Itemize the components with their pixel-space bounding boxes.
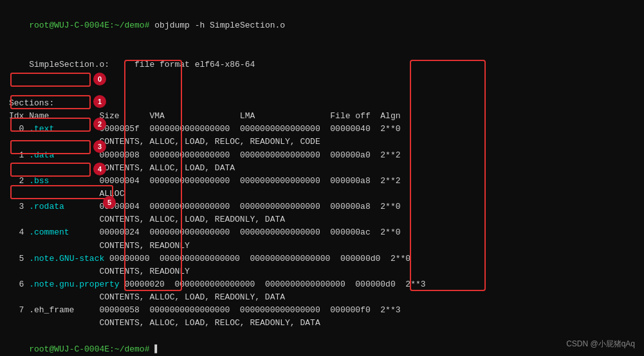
circle-1: 1 xyxy=(93,95,106,108)
circle-5: 5 xyxy=(103,196,116,209)
line-sec3-flags: CONTENTS, ALLOC, LOAD, READONLY, DATA xyxy=(9,213,635,226)
line-sec4: 4 .comment 00000024 0000000000000000 000… xyxy=(9,226,635,239)
command: objdump -h SimpleSection.o xyxy=(149,21,285,30)
format-text: SimpleSection.o: file format elf64-x86-6… xyxy=(29,60,255,69)
circle-3: 3 xyxy=(93,140,106,153)
prompt: root@WUJ-C-0004E:~/demo# xyxy=(29,21,149,30)
line-sec6: 6 .note.gnu.property 00000020 0000000000… xyxy=(9,278,635,291)
sec2-name: .bss xyxy=(29,176,49,186)
circle-0: 0 xyxy=(93,73,106,85)
line-prompt2: root@WUJ-C-0004E:~/demo# ▌ xyxy=(9,330,635,356)
sec3-name: .rodata xyxy=(29,202,64,211)
line-sec7-flags: CONTENTS, ALLOC, LOAD, RELOC, READONLY, … xyxy=(9,317,635,330)
sec6-name: .note.gnu.property xyxy=(29,280,119,289)
sec4-name: .comment xyxy=(29,227,69,237)
prompt2: root@WUJ-C-0004E:~/demo# xyxy=(29,344,149,354)
line-sec4-flags: CONTENTS, READONLY xyxy=(9,240,635,253)
cursor: ▌ xyxy=(149,344,160,354)
line-sec5-flags: CONTENTS, READONLY xyxy=(9,265,635,278)
line-sec2: 2 .bss 00000004 0000000000000000 0000000… xyxy=(9,175,635,188)
circle-4: 4 xyxy=(93,163,106,175)
sec0-name: .text xyxy=(29,124,54,134)
sec5-name: .note.GNU-stack xyxy=(29,254,104,263)
line-sec5: 5 .note.GNU-stack 00000000 0000000000000… xyxy=(9,253,635,265)
command-line: root@WUJ-C-0004E:~/demo# objdump -h Simp… xyxy=(9,6,635,45)
sec1-name: .data xyxy=(29,150,54,160)
circle-2: 2 xyxy=(93,118,106,130)
line-sec7: 7 .eh_frame 00000058 0000000000000000 00… xyxy=(9,304,635,317)
terminal: root@WUJ-C-0004E:~/demo# objdump -h Simp… xyxy=(0,0,644,356)
line-sec2-flags: ALLOC xyxy=(9,188,635,200)
watermark: CSDN @小屁猪qAq xyxy=(566,339,635,350)
line-blank1 xyxy=(9,84,635,97)
line-sec6-flags: CONTENTS, ALLOC, LOAD, READONLY, DATA xyxy=(9,291,635,304)
